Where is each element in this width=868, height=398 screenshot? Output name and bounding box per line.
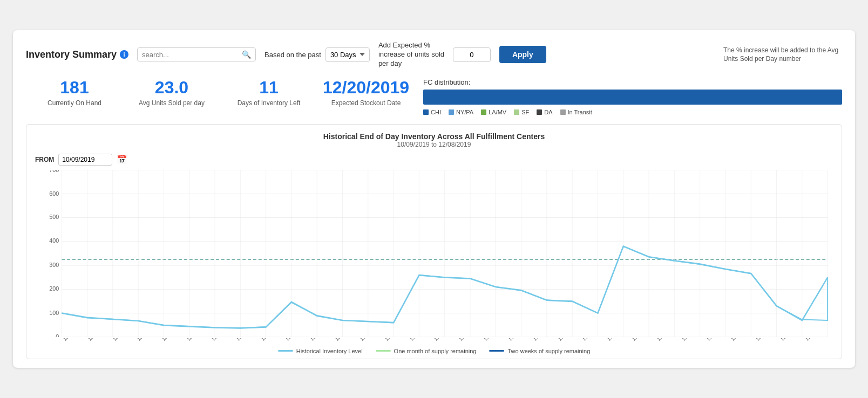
x-label: 10/27/2019 bbox=[284, 338, 306, 342]
chart-section: Historical End of Day Inventory Across A… bbox=[26, 124, 842, 359]
chart-legend: Historical Inventory Level One month of … bbox=[35, 348, 833, 354]
legend-da-dot bbox=[537, 109, 542, 115]
x-label: 11/16/2019 bbox=[532, 338, 553, 342]
stockout-date-value: 12/20/2019 bbox=[317, 78, 415, 97]
page-title: Inventory Summary i bbox=[26, 49, 128, 60]
x-label: 11/10/2019 bbox=[458, 338, 479, 342]
x-label: 11/06/2019 bbox=[409, 338, 430, 342]
metric-on-hand: 181 Currently On Hand bbox=[26, 78, 123, 107]
legend-one-month-label: One month of supply remaining bbox=[394, 348, 477, 354]
from-date-input[interactable] bbox=[58, 154, 112, 166]
legend-two-weeks: Two weeks of supply remaining bbox=[489, 348, 590, 354]
x-label: 11/08/2019 bbox=[433, 338, 454, 342]
x-label: 12/06/2019 bbox=[779, 338, 801, 342]
x-label: 10/09/2019 bbox=[62, 338, 83, 342]
x-label: 11/18/2019 bbox=[557, 338, 578, 342]
legend-in-transit-label: In Transit bbox=[568, 109, 592, 115]
on-hand-label: Currently On Hand bbox=[26, 99, 123, 107]
x-label: 10/31/2019 bbox=[334, 338, 355, 342]
expected-increase-label: Add Expected % increase of units sold pe… bbox=[378, 41, 449, 68]
legend-one-month: One month of supply remaining bbox=[376, 348, 477, 354]
chart-title: Historical End of Day Inventory Across A… bbox=[35, 132, 833, 141]
x-label: 11/02/2019 bbox=[359, 338, 380, 342]
svg-text:0: 0 bbox=[56, 333, 59, 337]
legend-nypa-label: NY/PA bbox=[456, 109, 473, 115]
fc-legend: CHI NY/PA LA/MV SF DA bbox=[423, 109, 842, 115]
legend-lamv-dot bbox=[481, 109, 486, 115]
chart-area: 700 600 500 400 300 200 100 0 bbox=[35, 170, 833, 337]
pct-increase-input[interactable] bbox=[453, 47, 491, 62]
legend-lamv-label: LA/MV bbox=[489, 109, 506, 115]
x-label: 10/29/2019 bbox=[309, 338, 330, 342]
x-label: 10/11/2019 bbox=[87, 338, 108, 342]
svg-text:600: 600 bbox=[49, 190, 59, 196]
legend-chi-label: CHI bbox=[431, 109, 441, 115]
metric-avg-units: 23.0 Avg Units Sold per day bbox=[123, 78, 220, 107]
x-label: 12/04/2019 bbox=[755, 338, 776, 342]
legend-chi-dot bbox=[423, 109, 429, 115]
based-on-control: Based on the past 30 Days 7 Days 14 Days… bbox=[265, 47, 370, 62]
x-label: 11/28/2019 bbox=[681, 338, 702, 342]
x-label: 11/04/2019 bbox=[384, 338, 405, 342]
on-hand-value: 181 bbox=[26, 78, 123, 97]
metric-days-left: 11 Days of Inventory Left bbox=[220, 78, 317, 107]
legend-two-weeks-line bbox=[489, 350, 504, 352]
legend-historical-line bbox=[278, 350, 293, 352]
apply-button[interactable]: Apply bbox=[499, 46, 546, 63]
x-label: 10/25/2019 bbox=[260, 338, 281, 342]
x-label: 11/24/2019 bbox=[631, 338, 652, 342]
legend-sf: SF bbox=[514, 109, 529, 115]
legend-nypa: NY/PA bbox=[449, 109, 473, 115]
x-label: 10/21/2019 bbox=[211, 338, 232, 342]
legend-sf-label: SF bbox=[521, 109, 529, 115]
hint-text: The % increase will be added to the Avg … bbox=[723, 46, 842, 64]
search-icon[interactable]: 🔍 bbox=[242, 50, 251, 59]
legend-chi: CHI bbox=[423, 109, 441, 115]
x-label: 10/13/2019 bbox=[112, 338, 133, 342]
chart-subtitle: 10/09/2019 to 12/08/2019 bbox=[35, 141, 833, 148]
svg-text:400: 400 bbox=[49, 237, 59, 244]
x-label: 11/14/2019 bbox=[507, 338, 528, 342]
stockout-date-label: Expected Stockout Date bbox=[317, 99, 415, 107]
x-label: 11/12/2019 bbox=[483, 338, 504, 342]
based-on-dropdown[interactable]: 30 Days 7 Days 14 Days 60 Days 90 Days bbox=[326, 47, 370, 62]
from-label: FROM bbox=[35, 156, 54, 163]
x-label: 10/23/2019 bbox=[235, 338, 256, 342]
legend-historical-label: Historical Inventory Level bbox=[296, 348, 363, 354]
search-input[interactable] bbox=[142, 51, 242, 59]
legend-sf-dot bbox=[514, 109, 519, 115]
legend-da: DA bbox=[537, 109, 552, 115]
svg-text:300: 300 bbox=[49, 261, 59, 267]
avg-units-value: 23.0 bbox=[123, 78, 220, 97]
svg-text:100: 100 bbox=[49, 309, 59, 315]
x-label: 10/19/2019 bbox=[186, 338, 207, 342]
info-icon[interactable]: i bbox=[120, 50, 128, 59]
legend-two-weeks-label: Two weeks of supply remaining bbox=[507, 348, 590, 354]
x-label: 12/02/2019 bbox=[730, 338, 751, 342]
svg-text:700: 700 bbox=[49, 170, 59, 173]
header-row: Inventory Summary i 🔍 Based on the past … bbox=[26, 41, 842, 68]
search-box: 🔍 bbox=[137, 47, 256, 61]
svg-text:500: 500 bbox=[49, 214, 59, 220]
expected-increase-control: Add Expected % increase of units sold pe… bbox=[378, 41, 491, 68]
chart-svg: 700 600 500 400 300 200 100 0 bbox=[35, 170, 833, 337]
x-label: 10/15/2019 bbox=[136, 338, 157, 342]
days-left-value: 11 bbox=[220, 78, 317, 97]
chart-controls: FROM 📅 bbox=[35, 154, 833, 166]
legend-lamv: LA/MV bbox=[481, 109, 506, 115]
fc-bar bbox=[423, 90, 842, 105]
inventory-summary-card: Inventory Summary i 🔍 Based on the past … bbox=[13, 30, 855, 368]
legend-in-transit: In Transit bbox=[560, 109, 592, 115]
x-label: 11/20/2019 bbox=[581, 338, 602, 342]
based-on-label: Based on the past bbox=[265, 51, 321, 59]
x-label: 11/26/2019 bbox=[656, 338, 677, 342]
metrics-row: 181 Currently On Hand 23.0 Avg Units Sol… bbox=[26, 78, 842, 115]
avg-units-label: Avg Units Sold per day bbox=[123, 99, 220, 107]
svg-text:200: 200 bbox=[49, 285, 59, 292]
legend-one-month-line bbox=[376, 350, 391, 352]
days-left-label: Days of Inventory Left bbox=[220, 99, 317, 107]
fc-distribution-section: FC distribution: CHI NY/PA LA/MV SF bbox=[423, 78, 842, 115]
x-label: 10/17/2019 bbox=[161, 338, 182, 342]
legend-in-transit-dot bbox=[560, 109, 566, 115]
calendar-icon[interactable]: 📅 bbox=[117, 154, 127, 164]
